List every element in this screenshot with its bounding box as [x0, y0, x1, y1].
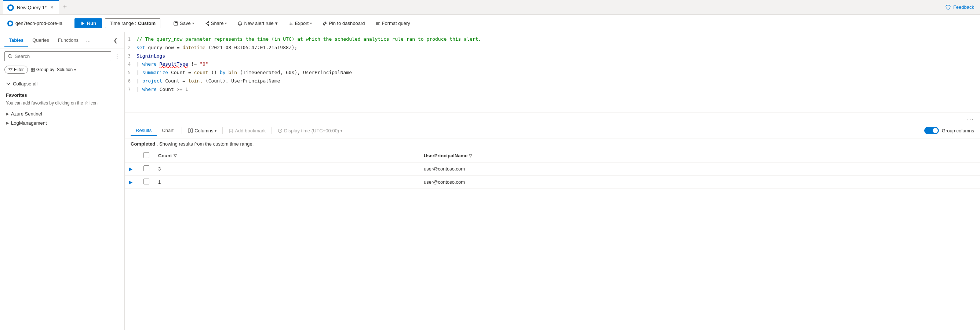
code-line-5: 5 | summarize Count = count () by bin (T…	[125, 68, 980, 77]
svg-rect-18	[33, 70, 35, 71]
row-1-checkbox[interactable]	[139, 162, 154, 176]
sidebar-more-button[interactable]: ...	[83, 36, 94, 45]
results-toolbar-sep-3	[272, 127, 272, 134]
results-toolbar-sep-1	[181, 127, 182, 134]
code-line-7: 7 | where Count >= 1	[125, 86, 980, 94]
sidebar: Tables Queries Functions ... ❮ ⋮ Filter …	[0, 32, 125, 330]
feedback-button[interactable]: Feedback	[942, 3, 977, 12]
svg-point-0	[9, 6, 13, 10]
run-label: Run	[87, 21, 96, 26]
svg-point-6	[205, 23, 206, 24]
row-2-expand[interactable]: ▶	[125, 176, 139, 189]
sidebar-tabs: Tables Queries Functions ... ❮	[0, 32, 124, 48]
svg-line-20	[8, 83, 10, 85]
group-by-chevron-icon: ▾	[74, 68, 76, 72]
columns-chevron-icon: ▾	[215, 129, 216, 133]
export-button[interactable]: Export ▾	[285, 19, 316, 28]
svg-rect-4	[175, 22, 177, 23]
row-1-check[interactable]	[143, 165, 150, 171]
svg-rect-17	[31, 70, 33, 71]
sidebar-item-log-management[interactable]: ▶ LogManagement	[0, 119, 124, 128]
sidebar-search-options[interactable]: ⋮	[114, 53, 120, 60]
table-col-user: UserPrincipalName ▽	[419, 149, 980, 162]
add-bookmark-button[interactable]: Add bookmark	[226, 127, 269, 135]
user-filter-icon[interactable]: ▽	[469, 153, 472, 158]
query-tab-icon	[7, 5, 14, 11]
sidebar-tab-queries[interactable]: Queries	[28, 35, 54, 46]
sidebar-item-azure-sentinel[interactable]: ▶ Azure Sentinel	[0, 109, 124, 119]
logmgmt-expand-icon: ▶	[6, 121, 9, 125]
row-1-expand[interactable]: ▶	[125, 162, 139, 176]
table-checkbox-header[interactable]	[139, 149, 154, 162]
row-2-expand-icon[interactable]: ▶	[129, 180, 135, 185]
code-editor[interactable]: 1 // The query_now parameter represents …	[125, 32, 980, 113]
svg-point-5	[208, 21, 209, 22]
results-tab-results[interactable]: Results	[130, 125, 157, 136]
code-line-6: 6 | project Count = toint (Count), UserP…	[125, 77, 980, 86]
filter-icon	[8, 68, 13, 72]
table-col-count: Count ▽	[154, 149, 419, 162]
new-tab-button[interactable]: +	[59, 2, 71, 13]
sidebar-tab-functions[interactable]: Functions	[54, 35, 83, 46]
columns-label: Columns	[194, 128, 213, 133]
query-tab[interactable]: New Query 1* ✕	[3, 0, 59, 14]
results-tab-chart[interactable]: Chart	[157, 125, 179, 136]
filter-button[interactable]: Filter	[5, 66, 28, 74]
status-bar: Completed . Showing results from the cus…	[125, 139, 980, 149]
row-2-count: 1	[154, 176, 419, 189]
pin-label: Pin to dashboard	[329, 21, 365, 26]
status-completed: Completed	[130, 141, 155, 147]
columns-button[interactable]: Columns ▾	[185, 127, 220, 135]
collapse-all-button[interactable]: Collapse all	[0, 79, 124, 89]
workspace-selector[interactable]: gen7tech-prod-core-la	[5, 21, 65, 26]
row-1-expand-icon[interactable]: ▶	[129, 167, 135, 171]
svg-rect-21	[188, 129, 190, 132]
save-icon	[173, 21, 178, 26]
main-container: Tables Queries Functions ... ❮ ⋮ Filter …	[0, 32, 980, 330]
row-2-check[interactable]	[143, 179, 150, 184]
new-alert-button[interactable]: New alert rule ▾	[233, 18, 282, 28]
row-1-user: user@contoso.com	[419, 162, 980, 176]
export-icon	[288, 21, 294, 26]
time-range-value: Custom	[138, 21, 156, 26]
svg-point-1	[9, 22, 12, 25]
sidebar-search-box[interactable]	[5, 51, 111, 61]
svg-line-8	[206, 22, 208, 24]
results-more-dots[interactable]: ...	[125, 113, 980, 122]
time-range-button[interactable]: Time range : Custom	[105, 18, 160, 28]
svg-rect-22	[191, 129, 192, 132]
code-line-2: 2 set query_now = datetime (2021-08-03T0…	[125, 44, 980, 52]
sentinel-expand-icon: ▶	[6, 111, 9, 116]
format-query-button[interactable]: Format query	[372, 19, 414, 28]
workspace-icon	[7, 21, 13, 26]
sidebar-collapse-button[interactable]: ❮	[111, 36, 120, 45]
search-input[interactable]	[15, 54, 108, 59]
sentinel-label: Azure Sentinel	[11, 111, 42, 117]
save-button[interactable]: Save ▾	[170, 19, 198, 28]
results-toolbar: Results Chart Columns ▾ Add bookmark Dis…	[125, 122, 980, 139]
svg-line-9	[206, 24, 208, 25]
add-bookmark-label: Add bookmark	[235, 128, 266, 133]
run-icon	[80, 21, 85, 26]
count-col-label: Count	[158, 153, 172, 159]
tab-close-button[interactable]: ✕	[49, 5, 54, 11]
display-time-chevron-icon: ▾	[340, 129, 342, 133]
pin-dashboard-button[interactable]: Pin to dashboard	[318, 19, 368, 28]
format-label: Format query	[382, 21, 410, 26]
display-time-button[interactable]: Display time (UTC+00:00) ▾	[275, 127, 345, 135]
run-button[interactable]: Run	[75, 18, 102, 28]
format-icon	[375, 21, 380, 26]
group-by-button[interactable]: Group by: Solution ▾	[31, 67, 76, 72]
status-text: . Showing results from the custom time r…	[157, 141, 253, 147]
group-columns-toggle[interactable]	[924, 127, 939, 134]
select-all-checkbox[interactable]	[143, 152, 150, 158]
row-1-count: 3	[154, 162, 419, 176]
group-by-label: Group by: Solution	[36, 67, 73, 72]
count-filter-icon[interactable]: ▽	[173, 153, 177, 158]
row-2-checkbox[interactable]	[139, 176, 154, 189]
collapse-all-label: Collapse all	[13, 81, 37, 87]
table-row: ▶ 3 user@contoso.com	[125, 162, 980, 176]
share-button[interactable]: Share ▾	[201, 19, 231, 28]
tab-bar: New Query 1* ✕ + Feedback	[0, 0, 980, 15]
sidebar-tab-tables[interactable]: Tables	[5, 35, 28, 46]
